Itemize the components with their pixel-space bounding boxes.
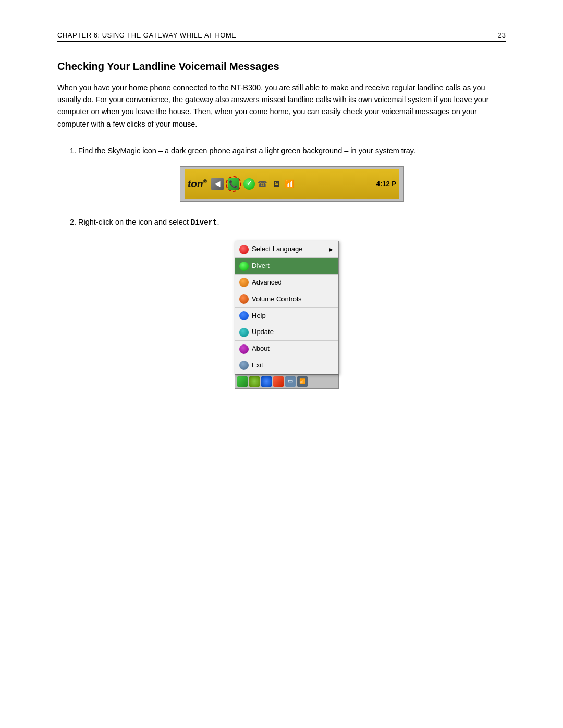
- volume-controls-icon: [239, 294, 249, 304]
- advanced-icon: [239, 278, 249, 287]
- select-language-icon: [239, 245, 249, 254]
- advanced-label: Advanced: [252, 277, 282, 288]
- step-1-text: Find the SkyMagic icon – a dark green ph…: [78, 146, 415, 155]
- systray-screenshot: ton® ◀ 📞 ✓ ☎ 🖥 📶: [180, 166, 404, 202]
- menu-item-update[interactable]: Update: [235, 324, 338, 341]
- menu-item-help[interactable]: Help: [235, 308, 338, 325]
- step-2: Right-click on the icon and select Diver…: [78, 216, 506, 389]
- page-number: 23: [498, 31, 506, 39]
- tb-monitor-icon: ▭: [285, 376, 296, 387]
- tb-red-icon: [273, 376, 284, 387]
- context-menu: Select Language ▶ Divert Advanced: [235, 241, 339, 374]
- step-1: Find the SkyMagic icon – a dark green ph…: [78, 145, 506, 202]
- section-title: Checking Your Landline Voicemail Message…: [57, 60, 506, 72]
- menu-item-advanced[interactable]: Advanced: [235, 275, 338, 291]
- systray-screenshot-container: ton® ◀ 📞 ✓ ☎ 🖥 📶: [78, 166, 506, 202]
- tb-lime-icon: [249, 376, 260, 387]
- monitor-icon: 🖥: [271, 178, 282, 190]
- phone-icon: 📞: [228, 178, 239, 190]
- systray-arrow-icon: ◀: [211, 178, 224, 190]
- divert-icon: [239, 262, 249, 271]
- menu-item-volume-controls[interactable]: Volume Controls: [235, 291, 338, 308]
- wifi-icon: 📶: [284, 178, 296, 190]
- systray-ton-label: ton®: [188, 176, 209, 192]
- menu-item-about[interactable]: About: [235, 341, 338, 357]
- handset-icon: ☎: [257, 178, 268, 190]
- help-label: Help: [252, 311, 266, 322]
- tb-blue-icon: [261, 376, 272, 387]
- help-icon: [239, 311, 249, 320]
- submenu-arrow: ▶: [329, 245, 333, 254]
- page-header: CHAPTER 6: USING THE GATEWAY WHILE AT HO…: [57, 31, 506, 42]
- about-icon: [239, 344, 249, 354]
- context-menu-screenshot: Select Language ▶ Divert Advanced: [78, 241, 506, 388]
- taskbar-bottom-strip: ▭ 📶: [235, 374, 339, 389]
- select-language-label: Select Language: [252, 244, 303, 255]
- tb-green-icon: [237, 376, 248, 387]
- steps-list: Find the SkyMagic icon – a dark green ph…: [57, 145, 506, 389]
- tb-signal-icon: 📶: [297, 376, 308, 387]
- update-label: Update: [252, 327, 274, 338]
- menu-item-select-language: Select Language ▶: [235, 241, 338, 258]
- chapter-title: CHAPTER 6: USING THE GATEWAY WHILE AT HO…: [57, 31, 236, 39]
- volume-controls-label: Volume Controls: [252, 294, 301, 305]
- check-icon: ✓: [243, 178, 255, 190]
- exit-label: Exit: [252, 360, 263, 371]
- divert-code: Divert: [191, 218, 217, 227]
- systray-clock: 4:12 P: [376, 179, 396, 190]
- menu-wrapper: Select Language ▶ Divert Advanced: [219, 241, 365, 388]
- exit-icon: [239, 361, 249, 370]
- skymagic-icon-highlighted: 📞: [226, 176, 241, 192]
- update-icon: [239, 328, 249, 337]
- about-label: About: [252, 343, 270, 354]
- section-body-text: When you have your home phone connected …: [57, 82, 506, 130]
- step-2-text: Right-click on the icon and select Diver…: [78, 218, 219, 226]
- divert-label: Divert: [252, 261, 270, 272]
- menu-item-divert[interactable]: Divert: [235, 258, 338, 275]
- menu-item-exit[interactable]: Exit: [235, 357, 338, 374]
